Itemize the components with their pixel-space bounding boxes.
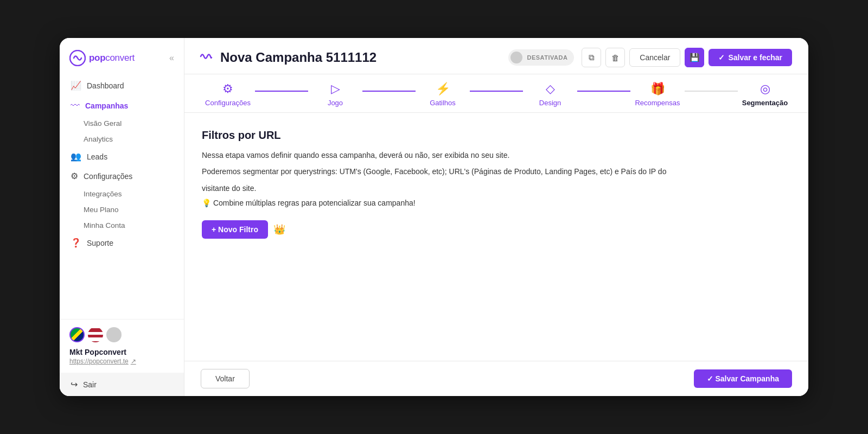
save-campaign-button[interactable]: ✓ Salvar Campanha [694, 369, 792, 388]
check-icon: ✓ [718, 53, 725, 62]
sidebar-bottom: Mkt Popconvert https://popconvert.te ↗ [60, 319, 184, 373]
save-disk-icon: 💾 [690, 53, 700, 62]
campanhas-icon: 〰 [71, 101, 80, 110]
suporte-icon: ❓ [71, 239, 81, 247]
desc-line-1: Nessa etapa vamos definir quando essa ca… [202, 149, 791, 161]
step-gatilhos-label: Gatilhos [430, 99, 456, 112]
crown-emoji: 👑 [273, 224, 285, 235]
save-icon-button[interactable]: 💾 [685, 48, 704, 67]
account-url[interactable]: https://popconvert.te ↗ [69, 358, 174, 365]
flag-br[interactable] [69, 327, 85, 342]
connector-5 [685, 91, 738, 92]
signout-item[interactable]: ↪ Sair [60, 373, 184, 396]
header: Nova Campanha 5111112 DESATIVADA ⧉ 🗑 Can… [184, 38, 808, 74]
save-close-button[interactable]: ✓ Salvar e fechar [709, 49, 792, 66]
header-actions: ⧉ 🗑 Cancelar 💾 ✓ Salvar e fechar [582, 48, 792, 67]
campaign-wave-icon [200, 50, 213, 66]
back-button[interactable]: Voltar [201, 369, 250, 388]
flag-es[interactable] [106, 327, 122, 342]
step-design-icon: ◇ [546, 82, 555, 96]
step-configuracoes[interactable]: ⚙ Configurações [201, 82, 255, 112]
lang-flags [69, 327, 174, 342]
step-recompensas-icon: 🎁 [650, 82, 665, 96]
footer: Voltar ✓ Salvar Campanha [184, 361, 808, 396]
sidebar-item-analytics-label: Analytics [84, 135, 113, 143]
sidebar-item-leads-label: Leads [87, 152, 107, 161]
signout-label: Sair [83, 380, 97, 389]
sidebar-item-leads[interactable]: 👥 Leads [60, 147, 184, 167]
step-segmentacao-icon: ◎ [760, 82, 770, 96]
step-jogo-label: Jogo [328, 99, 343, 112]
status-toggle[interactable]: DESATIVADA [508, 49, 574, 66]
sidebar-item-visao-geral[interactable]: Visão Geral [60, 116, 184, 131]
copy-button[interactable]: ⧉ [582, 48, 601, 67]
sidebar-item-suporte-label: Suporte [87, 239, 113, 247]
sidebar-item-campanhas-label: Campanhas [85, 101, 128, 110]
step-gatilhos-icon: ⚡ [436, 82, 450, 96]
nav-section: 📈 Dashboard 〰 Campanhas Visão Geral Anal… [60, 76, 184, 319]
sidebar-item-suporte[interactable]: ❓ Suporte [60, 233, 184, 253]
sidebar-item-configuracoes-label: Configurações [84, 172, 132, 181]
connector-1 [255, 91, 308, 92]
steps-bar: ⚙ Configurações ▷ Jogo ⚡ Gatilhos ◇ Desi… [184, 74, 808, 113]
connector-4 [577, 91, 630, 92]
step-configuracoes-icon: ⚙ [222, 82, 233, 96]
external-link-icon: ↗ [131, 358, 136, 365]
desc-line-3: visitante do site. [202, 182, 791, 194]
step-design[interactable]: ◇ Design [523, 82, 577, 112]
delete-button[interactable]: 🗑 [605, 48, 625, 67]
flag-us[interactable] [88, 327, 103, 342]
logo-text: popconvert [89, 53, 135, 63]
collapse-button[interactable]: « [169, 53, 174, 63]
leads-icon: 👥 [71, 152, 81, 161]
desc-line-2: Poderemos segmentar por querystrings: UT… [202, 165, 791, 177]
sidebar-item-meu-plano[interactable]: Meu Plano [60, 202, 184, 218]
step-recompensas-label: Recompensas [635, 99, 680, 112]
page-content: Filtros por URL Nessa etapa vamos defini… [184, 113, 808, 361]
main-content: Nova Campanha 5111112 DESATIVADA ⧉ 🗑 Can… [184, 38, 808, 396]
sidebar: popconvert « 📈 Dashboard 〰 Campanhas Vis… [60, 38, 184, 396]
toggle-dot [510, 52, 522, 63]
sidebar-item-dashboard[interactable]: 📈 Dashboard [60, 76, 184, 95]
sidebar-item-minha-conta-label: Minha Conta [84, 221, 125, 229]
sidebar-item-integracoes[interactable]: Integrações [60, 186, 184, 202]
sidebar-item-dashboard-label: Dashboard [87, 81, 124, 90]
step-configuracoes-label: Configurações [205, 99, 251, 112]
step-recompensas[interactable]: 🎁 Recompensas [630, 82, 685, 112]
campaign-title: Nova Campanha 5111112 [220, 50, 501, 65]
logo: popconvert [69, 50, 135, 66]
step-gatilhos[interactable]: ⚡ Gatilhos [416, 82, 470, 112]
page-title: Filtros por URL [202, 129, 791, 142]
connector-3 [470, 91, 523, 92]
config-icon: ⚙ [71, 172, 78, 181]
step-jogo[interactable]: ▷ Jogo [308, 82, 362, 112]
step-segmentacao-label: Segmentação [742, 99, 788, 112]
sidebar-item-configuracoes[interactable]: ⚙ Configurações [60, 167, 184, 186]
sidebar-logo: popconvert « [60, 38, 184, 76]
step-jogo-icon: ▷ [331, 82, 340, 96]
sidebar-item-meu-plano-label: Meu Plano [84, 206, 119, 214]
account-name: Mkt Popconvert [69, 348, 174, 356]
sidebar-item-analytics[interactable]: Analytics [60, 131, 184, 147]
sidebar-item-visao-geral-label: Visão Geral [84, 119, 122, 127]
sidebar-item-integracoes-label: Integrações [84, 190, 122, 198]
logo-icon [69, 50, 86, 66]
sidebar-item-minha-conta[interactable]: Minha Conta [60, 218, 184, 233]
sidebar-item-campanhas[interactable]: 〰 Campanhas [60, 95, 184, 116]
step-segmentacao[interactable]: ◎ Segmentação [738, 82, 792, 112]
cancel-button[interactable]: Cancelar [629, 48, 680, 67]
copy-icon: ⧉ [589, 53, 595, 62]
connector-2 [362, 91, 416, 92]
dashboard-icon: 📈 [71, 81, 81, 90]
save-close-label: Salvar e fechar [728, 53, 782, 62]
delete-icon: 🗑 [611, 53, 620, 62]
tip-line: 💡 Combine múltiplas regras para potencia… [202, 199, 791, 207]
status-text: DESATIVADA [527, 54, 567, 61]
step-design-label: Design [539, 99, 561, 112]
signout-icon: ↪ [71, 379, 78, 390]
new-filter-button[interactable]: + Novo Filtro [202, 220, 268, 239]
